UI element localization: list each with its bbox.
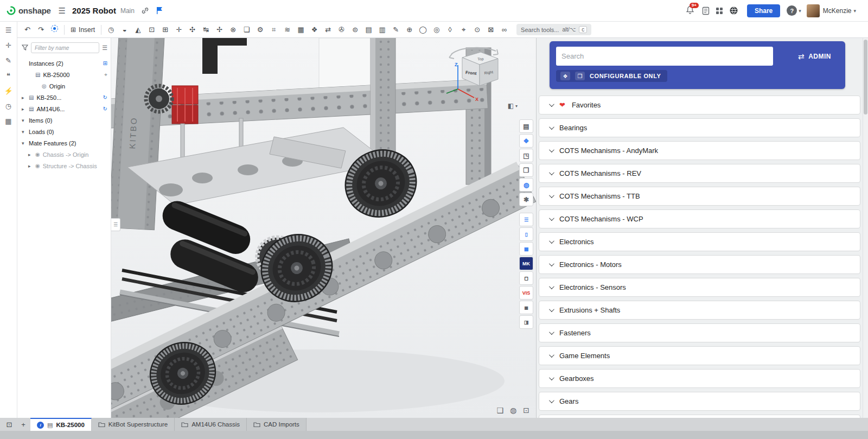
toolbar-tool-icon[interactable]: ⊡ (145, 23, 158, 36)
tree-caret[interactable]: ▸ (28, 163, 33, 169)
admin-button[interactable]: ⇄ ADMIN (798, 52, 831, 61)
view-cube[interactable]: Top Front Right Z X (442, 46, 512, 110)
update-in-context-icon[interactable] (48, 23, 61, 36)
toolbar-tool-icon[interactable]: ⊗ (226, 23, 240, 36)
toolbar-tool-icon[interactable]: ◯ (416, 23, 430, 36)
category-row[interactable]: COTS Mechanisms - TTB (539, 187, 860, 206)
tree-item-origin[interactable]: ◎ Origin (17, 80, 111, 92)
fullscreen-icon[interactable]: ⊡ (523, 406, 529, 415)
tree-caret[interactable]: ▾ (22, 118, 26, 123)
redo-icon[interactable]: ↷ (34, 23, 48, 36)
toolbar-tool-icon[interactable]: ▥ (375, 23, 389, 36)
toolbar-tool-icon[interactable]: ↹ (199, 23, 213, 36)
tree-caret[interactable]: ▾ (22, 129, 26, 135)
tree-caret[interactable]: ▸ (22, 95, 26, 100)
side-toolbar-button[interactable]: MK (519, 257, 533, 270)
link-icon[interactable] (141, 7, 149, 15)
toolbar-tool-icon[interactable]: ✇ (335, 23, 348, 36)
toolbar-tool-icon[interactable]: ⌖ (457, 23, 470, 36)
tree-caret[interactable]: ▸ (22, 106, 26, 112)
toolbar-tool-icon[interactable]: ◊ (443, 23, 457, 36)
tab-cad-imports[interactable]: CAD Imports (247, 418, 307, 431)
toolbar-tool-icon[interactable]: ⊜ (348, 23, 362, 36)
tree-item-kb250-sub[interactable]: ▸ ▤ KB-250... ↻ (17, 92, 111, 103)
side-toolbar-button[interactable]: ▦ (519, 242, 533, 256)
category-row[interactable]: COTS Mechanisms - WCP (539, 209, 860, 228)
toolbar-tool-icon[interactable]: ⊙ (470, 23, 484, 36)
toolbar-tool-icon[interactable]: ❏ (240, 23, 253, 36)
toolbar-tool-icon[interactable]: ∞ (497, 23, 511, 36)
parts-filter-icon[interactable]: ❖ (560, 72, 570, 80)
search-tools-button[interactable]: Search tools... alt/⌥ c (516, 24, 591, 35)
help-button[interactable]: ? (787, 5, 797, 16)
side-toolbar-button[interactable]: VIS (519, 286, 533, 300)
toolbar-tool-icon[interactable]: ⌗ (267, 23, 280, 36)
toolbar-tool-icon[interactable]: ◭ (131, 23, 145, 36)
category-row[interactable]: Electronics (539, 232, 860, 251)
toolbar-tool-icon[interactable]: ▦ (294, 23, 308, 36)
release-notes-icon[interactable] (702, 7, 710, 15)
tab-am14u6-chassis[interactable]: AM14U6 Chassis (175, 418, 247, 431)
tree-item-am14u6-sub[interactable]: ▸ ▤ AM14U6... ↻ (17, 103, 111, 114)
side-toolbar-button[interactable]: ◳ (519, 149, 533, 162)
parts-search-input[interactable] (556, 47, 773, 66)
category-row[interactable]: Extrusions + Shafts (539, 301, 860, 320)
toolbar-tool-icon[interactable]: ❖ (308, 23, 321, 36)
toolbar-tool-icon[interactable]: ✣ (186, 23, 199, 36)
notifications-button[interactable]: 9+ (686, 5, 694, 16)
configurable-only-toggle[interactable]: ❖ ❐ CONFIGURABLE ONLY (556, 70, 667, 82)
side-toolbar-button[interactable]: ◍ (519, 178, 533, 192)
appearance-sphere-icon[interactable]: ◍ (510, 406, 516, 415)
undo-icon[interactable]: ↶ (21, 23, 34, 36)
help-caret-icon[interactable]: ▾ (799, 8, 801, 14)
left-strip-icon[interactable]: ◷ (5, 102, 11, 110)
scrollbar-thumb[interactable] (864, 40, 867, 114)
toolbar-tool-icon[interactable]: ⇄ (321, 23, 335, 36)
category-row[interactable]: Gearboxes (539, 369, 860, 388)
category-row[interactable]: Gears (539, 392, 860, 411)
assembly-info-icon[interactable]: i (37, 422, 44, 429)
side-toolbar-button[interactable]: ◨ (519, 315, 533, 329)
toolbar-tool-icon[interactable]: ⚙ (253, 23, 267, 36)
side-toolbar-button[interactable]: ❐ (519, 163, 533, 177)
left-strip-icon[interactable]: ▦ (5, 117, 11, 125)
tree-item-loads[interactable]: ▾ Loads (0) (17, 126, 111, 137)
tree-item-instances[interactable]: Instances (2) ⊞ (17, 58, 111, 69)
category-row[interactable]: COTS Mechanisms - AndyMark (539, 141, 860, 160)
camera-options-button[interactable]: ◧ ▾ (508, 102, 518, 110)
onshape-logo[interactable]: onshape (7, 6, 51, 15)
tab-kb-25000[interactable]: i ▤ KB-25000 (30, 418, 92, 431)
side-toolbar-button[interactable]: ☰ (519, 213, 533, 226)
toolbar-tool-icon[interactable]: ◒ (118, 23, 131, 36)
tree-item-items[interactable]: ▾ Items (0) (17, 114, 111, 126)
left-strip-icon[interactable]: ✛ (5, 41, 11, 49)
share-button[interactable]: Share (747, 4, 780, 17)
filter-input[interactable] (31, 42, 99, 53)
toolbar-tool-icon[interactable]: ≋ (280, 23, 294, 36)
filter-funnel-icon[interactable] (22, 44, 28, 51)
toolbar-tool-icon[interactable]: ✎ (389, 23, 403, 36)
workspace-name[interactable]: Main (120, 7, 135, 15)
tree-caret[interactable]: ▸ (28, 152, 33, 157)
side-toolbar-button[interactable]: ▯ (519, 227, 533, 241)
toolbar-tool-icon[interactable]: ⊞ (158, 23, 172, 36)
tree-item-chassis-origin-mate[interactable]: ▸ ◉ Chassis -> Origin (17, 149, 111, 160)
toolbar-tool-icon[interactable]: ✛ (172, 23, 186, 36)
tab-manager-icon[interactable]: ⊡ (2, 418, 16, 431)
toolbar-tool-icon[interactable]: ✢ (213, 23, 226, 36)
toolbar-tool-icon[interactable]: ⊠ (484, 23, 497, 36)
category-row[interactable]: COTS Mechanisms - REV (539, 164, 860, 183)
side-toolbar-button[interactable]: ◼ (519, 301, 533, 314)
side-toolbar-button[interactable]: ✱ (519, 193, 533, 206)
print-icon[interactable]: ❑ (496, 406, 503, 415)
left-strip-icon[interactable]: ⚡ (4, 87, 12, 95)
edit-in-context-icon[interactable]: ⊞ (103, 60, 107, 66)
panel-scrollbar[interactable] (863, 38, 868, 418)
assemblies-filter-icon[interactable]: ❐ (575, 72, 585, 80)
category-row[interactable]: Electronics - Motors (539, 255, 860, 274)
user-avatar[interactable] (807, 4, 820, 17)
main-menu-icon[interactable]: ☰ (59, 6, 66, 16)
side-toolbar-button[interactable]: ▤ (519, 119, 533, 133)
side-toolbar-button[interactable]: ◻ (519, 271, 533, 285)
left-strip-icon[interactable]: ❝ (7, 72, 10, 80)
